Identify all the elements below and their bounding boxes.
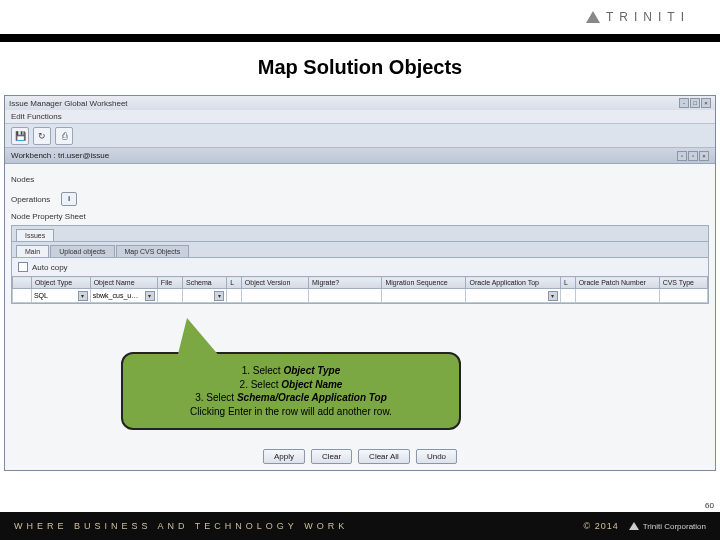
cell-object-version[interactable] <box>241 289 308 303</box>
workbench-label: Workbench : tri.user@issue <box>11 151 109 160</box>
triangle-icon <box>586 11 600 23</box>
menu-bar[interactable]: Edit Functions <box>5 110 715 124</box>
cell-file[interactable] <box>157 289 182 303</box>
brand-name: TRINITI <box>606 10 690 24</box>
col-blank[interactable] <box>13 277 32 289</box>
chevron-down-icon[interactable]: ▾ <box>214 291 224 301</box>
refresh-icon[interactable]: ↻ <box>33 127 51 145</box>
footer-logo: Triniti Corporation <box>629 522 706 531</box>
objects-table: Object Type Object Name File Schema L Ob… <box>12 276 708 303</box>
clear-all-button[interactable]: Clear All <box>358 449 410 464</box>
print-icon[interactable]: ⎙ <box>55 127 73 145</box>
auto-copy-label: Auto copy <box>32 263 68 272</box>
chevron-down-icon[interactable]: ▾ <box>548 291 558 301</box>
table-row[interactable]: SQL▾ sbwk_cus_u…▾ ▾ <box>13 289 708 303</box>
cell-l1[interactable] <box>227 289 242 303</box>
auto-copy-checkbox[interactable] <box>18 262 28 272</box>
brand-logo: TRINITI <box>586 10 690 24</box>
footer-copyright: © 2014 <box>584 521 619 531</box>
cell-oracle-patch[interactable] <box>575 289 659 303</box>
toolbar: 💾 ↻ ⎙ <box>5 124 715 148</box>
property-panel: Issues Main Upload objects Map CVS Objec… <box>11 225 709 304</box>
footer-tagline: WHERE BUSINESS AND TECHNOLOGY WORK <box>14 521 348 531</box>
col-migration-sequence[interactable]: Migration Sequence <box>382 277 466 289</box>
col-migrate[interactable]: Migrate? <box>309 277 382 289</box>
window-title-bar[interactable]: Issue Manager Global Worksheet - □ × <box>5 96 715 110</box>
col-file[interactable]: File <box>157 277 182 289</box>
panel-close-icon[interactable]: × <box>699 151 709 161</box>
col-object-name[interactable]: Object Name <box>90 277 157 289</box>
maximize-icon[interactable]: □ <box>690 98 700 108</box>
col-l2[interactable]: L <box>560 277 575 289</box>
action-bar: Apply Clear Clear All Undo <box>263 449 457 464</box>
cell-cvs-type[interactable] <box>659 289 707 303</box>
tab-strip-1: Issues <box>12 226 708 242</box>
undo-button[interactable]: Undo <box>416 449 457 464</box>
cell-oracle-app-top[interactable]: ▾ <box>466 289 560 303</box>
tab-map-cvs-objects[interactable]: Map CVS Objects <box>116 245 190 257</box>
auto-copy-row: Auto copy <box>12 258 708 276</box>
window-title: Issue Manager Global Worksheet <box>9 99 128 108</box>
cell-migrate[interactable] <box>309 289 382 303</box>
tab-upload-objects[interactable]: Upload objects <box>50 245 114 257</box>
save-icon[interactable]: 💾 <box>11 127 29 145</box>
operations-label: Operations <box>11 195 55 204</box>
cell-migration-sequence[interactable] <box>382 289 466 303</box>
page-number: 60 <box>705 501 714 510</box>
divider-band <box>0 34 720 42</box>
col-l1[interactable]: L <box>227 277 242 289</box>
cell-object-type[interactable]: SQL▾ <box>31 289 90 303</box>
col-object-type[interactable]: Object Type <box>31 277 90 289</box>
col-schema[interactable]: Schema <box>183 277 227 289</box>
window-controls: - □ × <box>679 98 711 108</box>
close-icon[interactable]: × <box>701 98 711 108</box>
clear-button[interactable]: Clear <box>311 449 352 464</box>
triangle-icon <box>629 522 639 530</box>
slide-title: Map Solution Objects <box>0 42 720 95</box>
chevron-down-icon[interactable]: ▾ <box>145 291 155 301</box>
col-oracle-patch[interactable]: Oracle Patch Number <box>575 277 659 289</box>
cell-schema[interactable]: ▾ <box>183 289 227 303</box>
cell-l2[interactable] <box>560 289 575 303</box>
panel-max-icon[interactable]: ▫ <box>677 151 687 161</box>
col-cvs-type[interactable]: CVS Type <box>659 277 707 289</box>
tab-issues[interactable]: Issues <box>16 229 54 241</box>
panel-title: Node Property Sheet <box>11 210 709 223</box>
info-button[interactable]: i <box>61 192 77 206</box>
cell-object-name[interactable]: sbwk_cus_u…▾ <box>90 289 157 303</box>
minimize-icon[interactable]: - <box>679 98 689 108</box>
workbench-header: Workbench : tri.user@issue ▫ ▫ × <box>5 148 715 164</box>
col-oracle-app-top[interactable]: Oracle Application Top <box>466 277 560 289</box>
slide-footer: WHERE BUSINESS AND TECHNOLOGY WORK © 201… <box>0 512 720 540</box>
panel-max2-icon[interactable]: ▫ <box>688 151 698 161</box>
apply-button[interactable]: Apply <box>263 449 305 464</box>
nodes-label: Nodes <box>11 175 55 184</box>
col-object-version[interactable]: Object Version <box>241 277 308 289</box>
app-window: Issue Manager Global Worksheet - □ × Edi… <box>4 95 716 471</box>
chevron-down-icon[interactable]: ▾ <box>78 291 88 301</box>
slide-top-bar: TRINITI <box>0 0 720 34</box>
tab-main[interactable]: Main <box>16 245 49 257</box>
instruction-callout: 1. Select Object Type 2. Select Object N… <box>121 352 461 430</box>
tab-strip-2: Main Upload objects Map CVS Objects <box>12 242 708 258</box>
